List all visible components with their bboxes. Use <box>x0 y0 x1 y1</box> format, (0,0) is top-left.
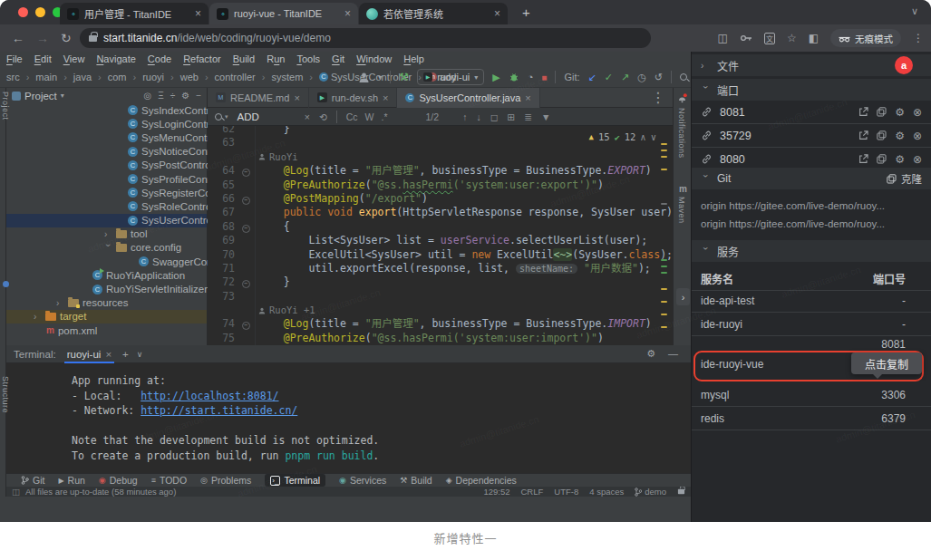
terminal-tab[interactable]: ruoyi-ui × <box>64 345 114 363</box>
search-history-icon[interactable]: ⟲ <box>319 111 327 122</box>
fold-marker-icon[interactable]: − <box>238 275 253 289</box>
browser-tab[interactable]: 若依管理系统× <box>359 3 508 24</box>
clone-button[interactable]: 克隆 <box>887 171 922 186</box>
toolwindow-todo[interactable]: ≡TODO <box>151 475 187 486</box>
tree-item-sysusercontroller[interactable]: CSysUserController <box>6 214 207 227</box>
breadcrumb-item[interactable]: web <box>180 72 199 82</box>
filter-icon[interactable]: ▼ <box>541 111 550 122</box>
author-annotation[interactable]: RuoYi <box>253 150 298 164</box>
rollback-icon[interactable]: ↺ <box>655 72 663 83</box>
window-controls[interactable] <box>18 7 63 17</box>
menu-item-help[interactable]: Help <box>403 53 424 64</box>
tree-item-syspostcontroller[interactable]: CSysPostController <box>6 159 207 172</box>
line-separator[interactable]: CRLF <box>520 487 543 497</box>
open-external-icon[interactable] <box>858 130 868 140</box>
tree-item-ruoyiservletinitializer[interactable]: CRuoYiServletInitializer <box>6 282 207 295</box>
tree-item-sysregistercontroller[interactable]: CSysRegisterController <box>6 186 207 199</box>
gear-icon[interactable]: ⚙ <box>895 130 905 142</box>
service-row-ide-ruoyi[interactable]: ide-ruoyi- <box>692 313 931 336</box>
run-button[interactable]: ▶ <box>492 72 499 83</box>
new-tab-button[interactable]: + <box>522 5 530 20</box>
git-update-icon[interactable]: ↙ <box>588 72 596 83</box>
translate-icon[interactable]: 文 <box>764 33 775 44</box>
close-circle-icon[interactable]: ⊗ <box>913 153 922 166</box>
tree-item-sysnoticecontroller[interactable]: CSysNoticeController <box>6 145 207 159</box>
open-external-icon[interactable] <box>858 107 868 117</box>
breadcrumb-item[interactable]: com <box>108 72 127 82</box>
search-option-W[interactable]: W <box>365 111 374 122</box>
close-window-icon[interactable] <box>18 7 28 17</box>
locate-icon[interactable]: ◎ <box>143 91 151 101</box>
breadcrumb-item[interactable]: controller <box>215 72 256 82</box>
breadcrumb-item[interactable]: system <box>271 72 303 82</box>
close-icon[interactable]: × <box>105 349 112 360</box>
menu-item-refactor[interactable]: Refactor <box>183 53 221 64</box>
browser-tab[interactable]: ‹›用户管理 - TitanIDE× <box>60 3 209 24</box>
notifications-bell-icon[interactable] <box>677 93 687 103</box>
chevron-right-icon[interactable]: › <box>56 298 64 308</box>
inspections-widget[interactable]: ▲ 15 ✔ 12 ∧ ∨ <box>589 131 656 142</box>
toolwindow-problems[interactable]: ◎Problems <box>200 475 251 486</box>
close-circle-icon[interactable]: ⊗ <box>913 106 922 119</box>
maven-icon[interactable]: m <box>679 184 687 194</box>
tab-close-icon[interactable]: × <box>344 8 351 19</box>
stripe-structure-label[interactable]: Structure <box>1 376 10 413</box>
user-icon[interactable] <box>358 72 370 83</box>
back-icon[interactable]: ← <box>12 31 24 45</box>
editor-tab-sysusercontroller.java[interactable]: CSysUserController.java× <box>397 88 539 108</box>
run-config-select[interactable]: ▶ ruoyi-ui ▾ <box>417 69 484 85</box>
chevron-right-icon[interactable]: › <box>104 229 112 239</box>
browser-tab[interactable]: ‹›ruoyi-vue - TitanIDE× <box>209 3 358 24</box>
stripe-maven-label[interactable]: Maven <box>677 197 686 224</box>
breadcrumb-item[interactable]: java <box>73 72 92 82</box>
menu-item-run[interactable]: Run <box>267 53 285 64</box>
key-icon[interactable] <box>740 32 752 44</box>
breadcrumb-item[interactable]: src <box>6 72 20 82</box>
editor-search-bar[interactable]: ▾ ADD × ⟲ CcW.* 1/2 ↑ ↓ ◻ <box>208 108 673 126</box>
toolwindow-build[interactable]: ⚒Build <box>400 475 432 486</box>
tree-item-syslogincontroller[interactable]: CSysLoginController <box>6 117 207 130</box>
stop-button[interactable]: ■ <box>541 72 547 82</box>
terminal-dropdown-icon[interactable]: ∨ <box>137 350 143 359</box>
editor-tab-readme.md[interactable]: MREADME.md× <box>208 88 309 108</box>
services-section-header[interactable]: › 服务 <box>692 240 931 262</box>
file-encoding[interactable]: UTF-8 <box>554 487 578 497</box>
terminal-link[interactable]: http://start.titanide.cn/ <box>141 404 297 417</box>
menu-dots-icon[interactable]: ⋮ <box>913 32 924 44</box>
next-issue-icon[interactable]: ∨ <box>651 131 656 142</box>
hide-icon[interactable]: − <box>196 91 201 101</box>
tree-item-tool[interactable]: ›tool <box>6 227 207 241</box>
toolwindow-dependencies[interactable]: ◈Dependencies <box>446 475 517 486</box>
menu-item-navigate[interactable]: Navigate <box>96 53 135 64</box>
menu-item-code[interactable]: Code <box>148 53 171 64</box>
gear-icon[interactable]: ⚙ <box>895 106 905 119</box>
menu-item-git[interactable]: Git <box>332 53 344 64</box>
history-icon[interactable]: ◷ <box>637 72 646 83</box>
chevron-right-icon[interactable]: › <box>34 312 42 322</box>
build-hammer-icon[interactable]: ⚒ <box>399 71 409 83</box>
ports-section-header[interactable]: › 端口 <box>692 79 931 101</box>
collapse-icon[interactable]: ÷ <box>170 91 176 101</box>
prev-issue-icon[interactable]: ∧ <box>640 131 645 142</box>
code-editor[interactable]: 62 }63RuoYi64− @Log(title = "用户管理", busi… <box>208 126 673 345</box>
save-icon[interactable]: ◫ <box>718 32 728 44</box>
menu-item-window[interactable]: Window <box>356 53 392 64</box>
git-branch-widget[interactable]: demo <box>635 487 666 497</box>
fold-marker-icon[interactable]: − <box>238 164 253 178</box>
tree-item-sysrolecontroller[interactable]: CSysRoleController <box>6 199 207 213</box>
bookmark-star-icon[interactable]: ☆ <box>787 32 797 44</box>
chevron-down-icon[interactable]: ▾ <box>378 73 382 82</box>
tree-item-ruoyiapplication[interactable]: CRuoYiApplication <box>6 268 207 282</box>
tab-close-icon[interactable]: × <box>294 92 299 103</box>
toolwindow-services[interactable]: ◉Services <box>339 475 386 486</box>
more-tabs-icon[interactable]: ⋮ <box>651 89 673 106</box>
menu-item-edit[interactable]: Edit <box>34 53 52 64</box>
breadcrumb-item[interactable]: ruoyi <box>142 72 164 82</box>
forward-icon[interactable]: → <box>36 31 49 45</box>
search-option-[interactable]: .* <box>382 111 388 122</box>
git-commit-icon[interactable]: ✓ <box>605 72 613 83</box>
tree-item-sysprofilecontroller[interactable]: CSysProfileController <box>6 172 207 186</box>
copy-icon[interactable] <box>877 107 887 117</box>
search-query[interactable]: ADD <box>238 111 259 122</box>
project-panel-header[interactable]: Project ▾ ◎ Ξ ÷ ⚙ − <box>6 88 207 103</box>
